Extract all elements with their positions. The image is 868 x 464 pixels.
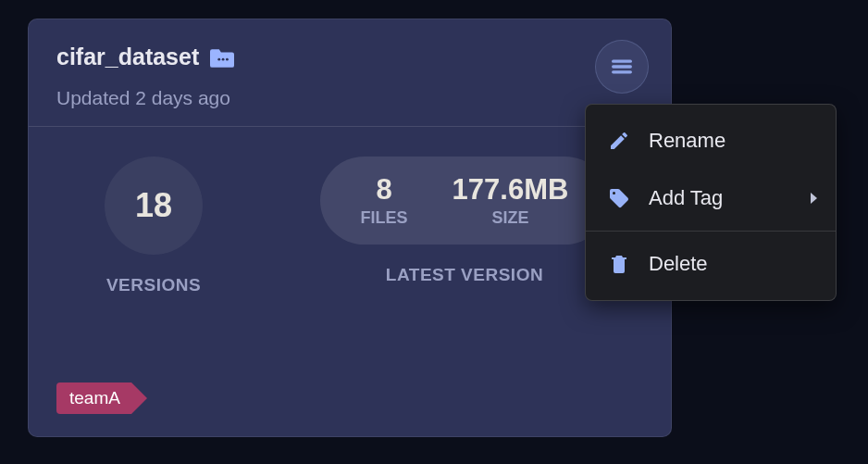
folder-icon (210, 47, 234, 68)
svg-point-0 (218, 57, 221, 60)
delete-label: Delete (649, 252, 708, 276)
versions-count: 18 (135, 186, 172, 225)
card-header: cifar_dataset Updated 2 days ago (29, 19, 671, 127)
menu-item-delete[interactable]: Delete (586, 235, 836, 293)
dataset-title: cifar_dataset (56, 44, 199, 70)
updated-text: Updated 2 days ago (56, 87, 643, 109)
size-label: SIZE (492, 208, 529, 228)
hamburger-icon (609, 54, 635, 80)
svg-point-1 (222, 57, 225, 60)
card-menu-button[interactable] (595, 40, 649, 94)
stats-row: 18 VERSIONS 8 FILES 177.6MB SIZE LATEST … (29, 127, 671, 321)
versions-label: VERSIONS (106, 275, 201, 295)
latest-version-pill: 8 FILES 177.6MB SIZE (320, 157, 610, 245)
team-tag[interactable]: teamA (56, 382, 147, 414)
menu-item-add-tag[interactable]: Add Tag (586, 169, 836, 227)
dataset-card: cifar_dataset Updated 2 days ago 18 VERS… (28, 19, 672, 437)
svg-point-2 (226, 57, 229, 60)
add-tag-label: Add Tag (649, 186, 723, 210)
files-value: 8 (376, 173, 391, 207)
title-row: cifar_dataset (56, 44, 643, 70)
menu-divider (586, 231, 836, 232)
tag-arrow-shape (131, 382, 147, 414)
files-stat: 8 FILES (361, 173, 408, 228)
rename-label: Rename (649, 129, 725, 153)
tag-icon (608, 187, 630, 209)
versions-stat: 18 VERSIONS (56, 157, 242, 295)
size-stat: 177.6MB SIZE (453, 173, 569, 228)
files-label: FILES (361, 208, 408, 228)
latest-version-label: LATEST VERSION (386, 265, 543, 285)
tag-label: teamA (56, 382, 131, 414)
trash-icon (608, 253, 630, 275)
context-menu: Rename Add Tag Delete (585, 104, 837, 301)
versions-circle: 18 (105, 157, 203, 255)
menu-item-rename[interactable]: Rename (586, 112, 836, 169)
chevron-right-icon (811, 193, 817, 204)
pencil-icon (608, 130, 630, 152)
size-value: 177.6MB (453, 173, 569, 207)
